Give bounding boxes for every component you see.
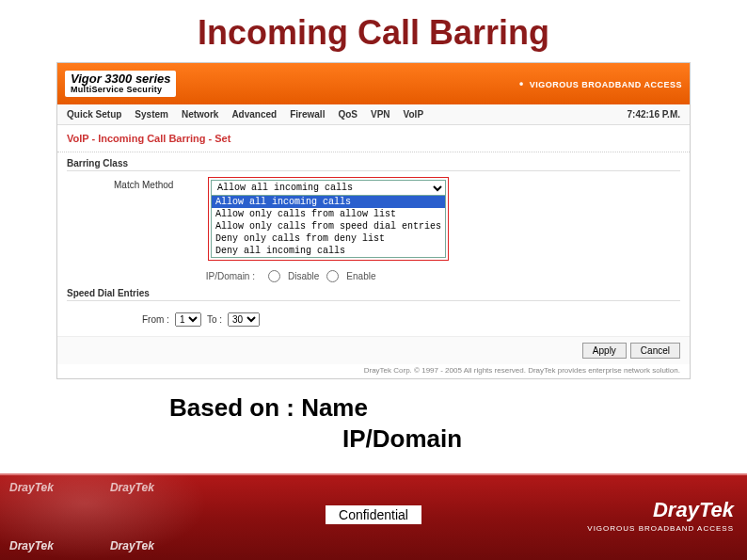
- menu-network[interactable]: Network: [182, 109, 218, 120]
- barring-option-4[interactable]: Deny all incoming calls: [212, 245, 445, 257]
- menu-advanced[interactable]: Advanced: [231, 109, 277, 120]
- barring-option-0[interactable]: Allow all incoming calls: [212, 196, 445, 208]
- from-select[interactable]: 1: [175, 312, 201, 327]
- menu-vpn[interactable]: VPN: [371, 109, 390, 120]
- section-title-barring: Barring Class: [67, 158, 680, 171]
- footer-brand-3: DrayTek: [9, 539, 54, 552]
- menu-firewall[interactable]: Firewall: [290, 109, 325, 120]
- barring-class-select[interactable]: Allow all incoming calls: [212, 181, 445, 196]
- app-window: Vigor 3300 series MultiService Security …: [56, 62, 691, 379]
- copyright: DrayTek Corp. © 1997 - 2005 All rights r…: [57, 364, 690, 378]
- footer-logos-top: DrayTek DrayTek: [9, 481, 154, 494]
- footer-brand-1: DrayTek: [9, 481, 54, 494]
- ipdomain-disable-label: Disable: [288, 271, 319, 281]
- footer-brand-4: DrayTek: [110, 539, 154, 552]
- ipdomain-enable-radio[interactable]: [326, 270, 339, 282]
- ipdomain-disable-radio[interactable]: [268, 270, 280, 282]
- section-barring-class: Barring Class Match Method Allow all inc…: [57, 152, 690, 282]
- barring-option-3[interactable]: Deny only calls from deny list: [212, 232, 445, 245]
- ipdomain-row: IP/Domain : Disable Enable: [67, 270, 680, 282]
- basedon-line2: IP/Domain: [169, 424, 747, 455]
- footer-tagline: VIGOROUS BROADBAND ACCESS: [587, 524, 734, 533]
- breadcrumb: VoIP - Incoming Call Barring - Set: [57, 125, 690, 152]
- basedon-line1: Based on : Name: [169, 392, 747, 424]
- to-label: To :: [207, 314, 222, 325]
- section-title-speeddial: Speed Dial Entries: [67, 288, 680, 301]
- ipdomain-enable-label: Enable: [346, 271, 375, 281]
- highlight-box: Allow all incoming calls Allow all incom…: [208, 177, 449, 261]
- footer-right: DrayTek VIGOROUS BROADBAND ACCESS: [587, 498, 734, 533]
- menu-quicksetup[interactable]: Quick Setup: [67, 109, 121, 120]
- footer-band: DrayTek DrayTek Confidential DrayTek Dra…: [0, 473, 747, 560]
- apply-button[interactable]: Apply: [582, 343, 627, 359]
- banner: Vigor 3300 series MultiService Security …: [57, 63, 690, 104]
- ipdomain-label: IP/Domain :: [199, 271, 255, 281]
- barring-option-1[interactable]: Allow only calls from allow list: [212, 208, 445, 220]
- brand-line1: Vigor 3300 series: [71, 72, 170, 86]
- button-bar: Apply Cancel: [57, 336, 690, 364]
- footer-brand-2: DrayTek: [110, 481, 154, 494]
- clock: 7:42:16 P.M.: [627, 109, 680, 120]
- slide-title: Incoming Call Barring: [0, 0, 747, 62]
- brand-line2: MultiService Security: [71, 86, 170, 95]
- brand-box: Vigor 3300 series MultiService Security: [65, 71, 176, 97]
- to-select[interactable]: 30: [228, 312, 260, 327]
- menu-qos[interactable]: QoS: [338, 109, 358, 120]
- banner-tagline: VIGOROUS BROADBAND ACCESS: [519, 77, 682, 90]
- footer-logos-bottom: DrayTek DrayTek: [9, 539, 154, 552]
- barring-class-combo[interactable]: Allow all incoming calls Allow all incom…: [211, 180, 446, 258]
- barring-option-2[interactable]: Allow only calls from speed dial entries: [212, 220, 445, 232]
- basedon-text: Based on : Name IP/Domain: [0, 379, 747, 454]
- menu-system[interactable]: System: [135, 109, 168, 120]
- match-method-label: Match Method: [114, 177, 199, 190]
- footer-brand-big: DrayTek: [587, 498, 734, 522]
- menu-voip[interactable]: VoIP: [404, 109, 423, 120]
- cancel-button[interactable]: Cancel: [630, 343, 680, 359]
- from-label: From :: [142, 314, 169, 325]
- section-speed-dial: Speed Dial Entries From : 1 To : 30: [57, 282, 690, 336]
- menubar: Quick Setup System Network Advanced Fire…: [57, 104, 690, 125]
- confidential-label: Confidential: [326, 505, 421, 524]
